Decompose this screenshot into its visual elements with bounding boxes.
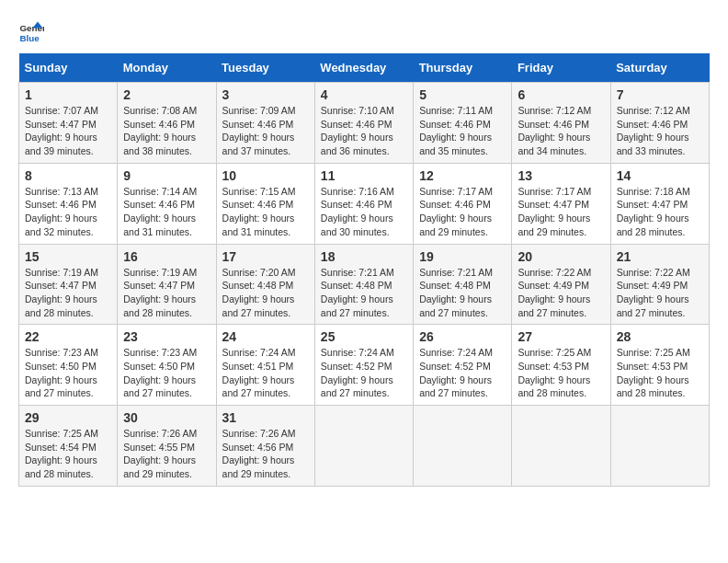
calendar-cell (512, 406, 610, 487)
day-info: Sunrise: 7:24 AM Sunset: 4:51 PM Dayligh… (222, 346, 309, 400)
sunrise-label: Sunrise: 7:12 AM (518, 105, 591, 116)
day-info: Sunrise: 7:08 AM Sunset: 4:46 PM Dayligh… (123, 104, 210, 158)
sunset-label: Sunset: 4:46 PM (617, 119, 688, 130)
calendar-cell (314, 406, 413, 487)
sunset-label: Sunset: 4:52 PM (419, 361, 491, 372)
day-number: 23 (123, 329, 210, 344)
day-info: Sunrise: 7:22 AM Sunset: 4:49 PM Dayligh… (617, 266, 703, 320)
sunrise-label: Sunrise: 7:23 AM (25, 347, 98, 358)
weekday-header-tuesday: Tuesday (216, 53, 314, 83)
sunrise-label: Sunrise: 7:15 AM (222, 186, 296, 197)
calendar-cell (610, 406, 709, 487)
sunset-label: Sunset: 4:54 PM (25, 442, 97, 453)
week-row-4: 22 Sunrise: 7:23 AM Sunset: 4:50 PM Dayl… (19, 325, 710, 406)
day-info: Sunrise: 7:12 AM Sunset: 4:46 PM Dayligh… (518, 104, 604, 158)
sunrise-label: Sunrise: 7:09 AM (222, 105, 296, 116)
weekday-header-friday: Friday (512, 53, 610, 83)
sunrise-label: Sunrise: 7:12 AM (617, 105, 690, 116)
sunset-label: Sunset: 4:46 PM (419, 199, 491, 210)
sunset-label: Sunset: 4:47 PM (25, 280, 97, 291)
daylight-label: Daylight: 9 hours and 28 minutes. (518, 374, 590, 399)
day-number: 25 (321, 329, 407, 344)
day-number: 5 (419, 87, 506, 102)
daylight-label: Daylight: 9 hours and 38 minutes. (123, 132, 196, 156)
sunset-label: Sunset: 4:46 PM (321, 199, 392, 210)
sunrise-label: Sunrise: 7:21 AM (321, 267, 394, 278)
day-number: 31 (222, 410, 309, 425)
daylight-label: Daylight: 9 hours and 29 minutes. (123, 454, 196, 479)
day-info: Sunrise: 7:26 AM Sunset: 4:55 PM Dayligh… (123, 427, 210, 481)
daylight-label: Daylight: 9 hours and 29 minutes. (222, 454, 295, 479)
svg-text:Blue: Blue (19, 33, 40, 43)
sunset-label: Sunset: 4:53 PM (518, 361, 589, 372)
calendar-cell: 30 Sunrise: 7:26 AM Sunset: 4:55 PM Dayl… (118, 406, 216, 487)
week-row-3: 15 Sunrise: 7:19 AM Sunset: 4:47 PM Dayl… (19, 244, 710, 325)
logo-icon: General Blue (18, 18, 44, 44)
sunrise-label: Sunrise: 7:25 AM (518, 347, 591, 358)
day-info: Sunrise: 7:16 AM Sunset: 4:46 PM Dayligh… (321, 185, 407, 239)
sunrise-label: Sunrise: 7:25 AM (25, 428, 98, 439)
daylight-label: Daylight: 9 hours and 32 minutes. (25, 213, 97, 237)
day-info: Sunrise: 7:24 AM Sunset: 4:52 PM Dayligh… (419, 346, 506, 400)
day-info: Sunrise: 7:24 AM Sunset: 4:52 PM Dayligh… (321, 346, 407, 400)
sunrise-label: Sunrise: 7:08 AM (123, 105, 197, 116)
day-info: Sunrise: 7:18 AM Sunset: 4:47 PM Dayligh… (617, 185, 703, 239)
daylight-label: Daylight: 9 hours and 27 minutes. (617, 293, 689, 318)
sunrise-label: Sunrise: 7:26 AM (222, 428, 296, 439)
sunset-label: Sunset: 4:53 PM (617, 361, 688, 372)
daylight-label: Daylight: 9 hours and 27 minutes. (419, 374, 492, 399)
logo: General Blue (18, 18, 48, 44)
day-info: Sunrise: 7:15 AM Sunset: 4:46 PM Dayligh… (222, 185, 309, 239)
daylight-label: Daylight: 9 hours and 27 minutes. (321, 293, 393, 318)
day-number: 28 (617, 329, 703, 344)
header: General Blue (18, 18, 710, 44)
day-info: Sunrise: 7:22 AM Sunset: 4:49 PM Dayligh… (518, 266, 604, 320)
day-number: 20 (518, 249, 604, 264)
sunset-label: Sunset: 4:46 PM (123, 199, 195, 210)
daylight-label: Daylight: 9 hours and 27 minutes. (419, 293, 492, 318)
week-row-1: 1 Sunrise: 7:07 AM Sunset: 4:47 PM Dayli… (19, 83, 710, 164)
sunrise-label: Sunrise: 7:14 AM (123, 186, 197, 197)
sunrise-label: Sunrise: 7:13 AM (25, 186, 98, 197)
sunset-label: Sunset: 4:46 PM (321, 119, 392, 130)
calendar-cell: 21 Sunrise: 7:22 AM Sunset: 4:49 PM Dayl… (610, 244, 709, 325)
week-row-5: 29 Sunrise: 7:25 AM Sunset: 4:54 PM Dayl… (19, 406, 710, 487)
daylight-label: Daylight: 9 hours and 27 minutes. (123, 374, 196, 399)
calendar-cell: 22 Sunrise: 7:23 AM Sunset: 4:50 PM Dayl… (19, 325, 118, 406)
day-info: Sunrise: 7:23 AM Sunset: 4:50 PM Dayligh… (123, 346, 210, 400)
day-number: 16 (123, 249, 210, 264)
day-number: 29 (25, 410, 111, 425)
day-info: Sunrise: 7:19 AM Sunset: 4:47 PM Dayligh… (123, 266, 210, 320)
sunset-label: Sunset: 4:50 PM (25, 361, 97, 372)
calendar-cell: 24 Sunrise: 7:24 AM Sunset: 4:51 PM Dayl… (216, 325, 314, 406)
sunset-label: Sunset: 4:46 PM (518, 119, 589, 130)
sunset-label: Sunset: 4:50 PM (123, 361, 195, 372)
sunrise-label: Sunrise: 7:24 AM (222, 347, 296, 358)
daylight-label: Daylight: 9 hours and 30 minutes. (321, 213, 393, 237)
day-number: 24 (222, 329, 309, 344)
calendar-cell: 2 Sunrise: 7:08 AM Sunset: 4:46 PM Dayli… (118, 83, 216, 164)
day-number: 10 (222, 168, 309, 183)
sunrise-label: Sunrise: 7:24 AM (419, 347, 493, 358)
day-number: 13 (518, 168, 604, 183)
calendar-cell: 7 Sunrise: 7:12 AM Sunset: 4:46 PM Dayli… (610, 83, 709, 164)
sunrise-label: Sunrise: 7:10 AM (321, 105, 394, 116)
day-number: 15 (25, 249, 111, 264)
weekday-header-row: SundayMondayTuesdayWednesdayThursdayFrid… (19, 53, 710, 83)
calendar-cell: 25 Sunrise: 7:24 AM Sunset: 4:52 PM Dayl… (314, 325, 413, 406)
calendar-cell: 10 Sunrise: 7:15 AM Sunset: 4:46 PM Dayl… (216, 163, 314, 244)
day-number: 30 (123, 410, 210, 425)
day-number: 14 (617, 168, 703, 183)
sunrise-label: Sunrise: 7:11 AM (419, 105, 493, 116)
daylight-label: Daylight: 9 hours and 29 minutes. (419, 213, 492, 237)
day-number: 6 (518, 87, 604, 102)
day-number: 17 (222, 249, 309, 264)
week-row-2: 8 Sunrise: 7:13 AM Sunset: 4:46 PM Dayli… (19, 163, 710, 244)
weekday-header-wednesday: Wednesday (314, 53, 413, 83)
calendar-cell: 28 Sunrise: 7:25 AM Sunset: 4:53 PM Dayl… (610, 325, 709, 406)
daylight-label: Daylight: 9 hours and 28 minutes. (123, 293, 196, 318)
calendar-table: SundayMondayTuesdayWednesdayThursdayFrid… (18, 53, 710, 487)
calendar-cell: 14 Sunrise: 7:18 AM Sunset: 4:47 PM Dayl… (610, 163, 709, 244)
daylight-label: Daylight: 9 hours and 27 minutes. (321, 374, 393, 399)
sunrise-label: Sunrise: 7:17 AM (419, 186, 493, 197)
